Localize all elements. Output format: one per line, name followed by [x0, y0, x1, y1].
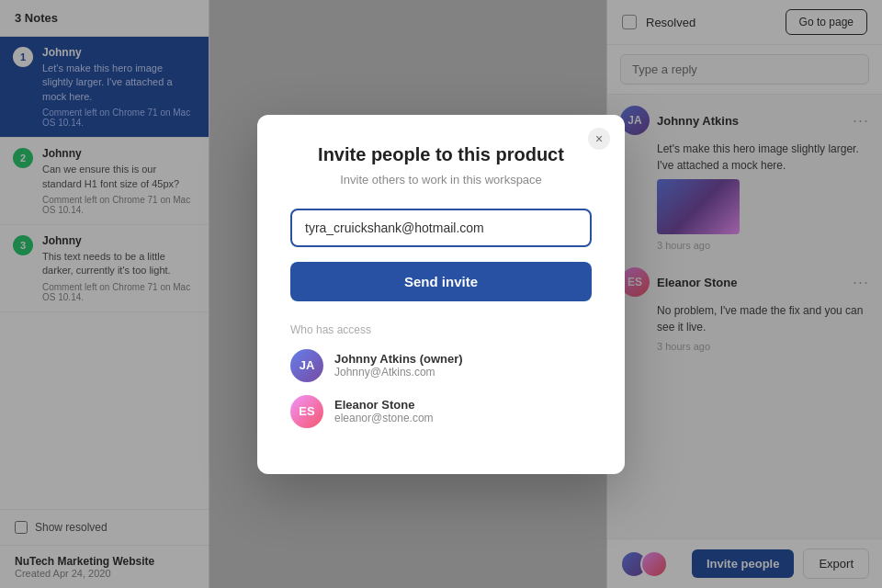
email-input-wrapper	[290, 209, 592, 247]
access-user-2: ES Eleanor Stone eleanor@stone.com	[290, 395, 592, 428]
who-has-access-label: Who has access	[290, 323, 592, 336]
access-name-2: Eleanor Stone	[334, 398, 434, 412]
modal-overlay[interactable]: × Invite people to this product Invite o…	[0, 0, 882, 588]
modal-close-button[interactable]: ×	[588, 128, 610, 150]
access-avatar-1: JA	[290, 349, 323, 382]
access-email-2: eleanor@stone.com	[334, 412, 434, 424]
modal-subtitle: Invite others to work in this workspace	[290, 173, 592, 187]
access-name-1: Johnny Atkins (owner)	[334, 352, 463, 366]
app-layout: 3 Notes 1 Johnny Let's make this hero im…	[0, 0, 882, 588]
access-avatar-2: ES	[290, 395, 323, 428]
send-invite-button[interactable]: Send invite	[290, 262, 592, 301]
invite-modal: × Invite people to this product Invite o…	[257, 115, 625, 474]
access-email-1: Johnny@Atkins.com	[334, 366, 463, 379]
modal-title: Invite people to this product	[290, 144, 592, 165]
access-user-info-2: Eleanor Stone eleanor@stone.com	[334, 398, 434, 424]
access-user-1: JA Johnny Atkins (owner) Johnny@Atkins.c…	[290, 349, 592, 382]
access-user-info-1: Johnny Atkins (owner) Johnny@Atkins.com	[334, 352, 463, 379]
email-input[interactable]	[305, 220, 577, 235]
